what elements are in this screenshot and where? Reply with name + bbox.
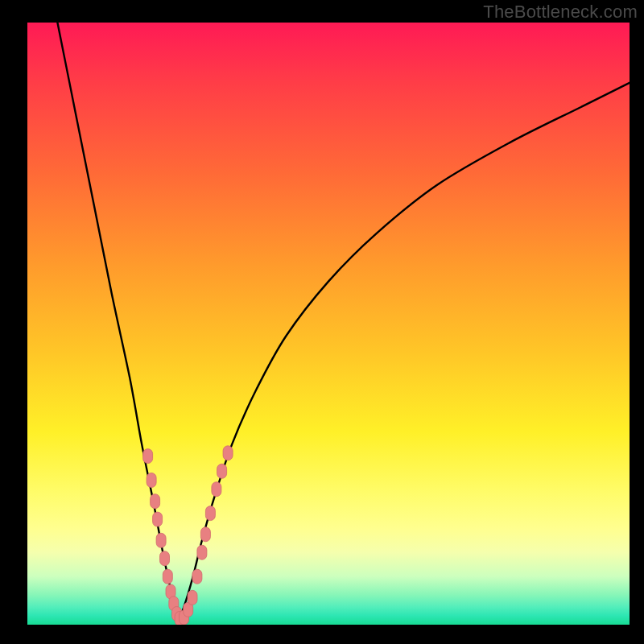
sample-point — [163, 569, 172, 584]
sample-point — [205, 506, 215, 521]
sample-point — [197, 545, 207, 559]
sample-point — [156, 533, 166, 547]
sample-point — [153, 512, 163, 526]
sample-point — [192, 569, 202, 584]
sample-point — [151, 494, 160, 509]
sample-point — [160, 551, 170, 566]
sample-point — [143, 449, 153, 464]
sample-point — [147, 473, 156, 488]
chart-frame: TheBottleneck.com — [0, 0, 644, 644]
sample-point — [212, 482, 221, 497]
sample-point — [217, 464, 227, 478]
plot-area — [27, 23, 630, 625]
sample-points-layer — [27, 23, 630, 625]
watermark-text: TheBottleneck.com — [483, 2, 638, 23]
sample-point — [223, 446, 233, 460]
sample-point — [188, 590, 197, 605]
sample-point — [200, 527, 210, 542]
